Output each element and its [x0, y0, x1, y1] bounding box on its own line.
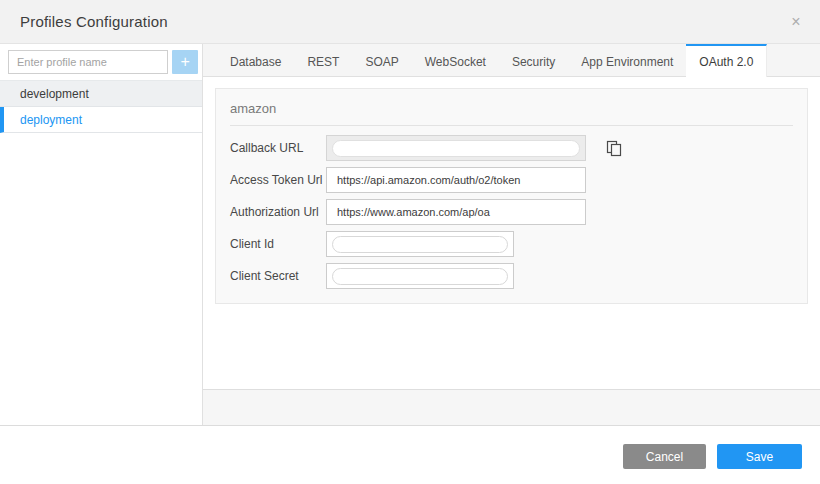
field-label: Access Token Url	[230, 173, 326, 187]
tab-database[interactable]: Database	[217, 44, 294, 77]
redacted-value	[332, 236, 508, 253]
amazon-oauth-panel: amazon Callback URL	[215, 88, 808, 304]
profiles-configuration-dialog: Profiles Configuration × + development d…	[0, 0, 820, 484]
tab-label: App Environment	[581, 55, 673, 69]
profile-name-input[interactable]	[8, 50, 168, 74]
field-label: Authorization Url	[230, 205, 326, 219]
tab-label: Database	[230, 55, 281, 69]
tab-security[interactable]: Security	[499, 44, 568, 77]
profile-item-development[interactable]: development	[0, 81, 202, 107]
tab-label: SOAP	[365, 55, 398, 69]
profile-add-row: +	[0, 44, 202, 81]
tab-label: Security	[512, 55, 555, 69]
cancel-button[interactable]: Cancel	[623, 444, 706, 469]
tab-label: OAuth 2.0	[699, 55, 753, 69]
field-label: Client Id	[230, 237, 326, 251]
close-icon[interactable]: ×	[786, 12, 806, 32]
tab-bar: Database REST SOAP WebSocket Security Ap…	[203, 44, 820, 77]
profile-item-label: development	[20, 87, 89, 101]
save-button[interactable]: Save	[717, 444, 802, 469]
field-label: Callback URL	[230, 141, 326, 155]
profiles-sidebar: + development deployment	[0, 44, 203, 425]
redacted-value	[332, 268, 508, 285]
panel-section-title: amazon	[230, 101, 793, 116]
client-secret-input[interactable]	[326, 263, 514, 289]
callback-url-input	[326, 135, 586, 161]
client-id-input[interactable]	[326, 231, 514, 257]
dialog-header: Profiles Configuration ×	[0, 0, 820, 44]
tab-soap[interactable]: SOAP	[352, 44, 411, 77]
profile-list: development deployment	[0, 81, 202, 133]
tab-oauth-2-0[interactable]: OAuth 2.0	[686, 44, 767, 77]
field-row-callback-url: Callback URL	[230, 135, 793, 161]
tab-websocket[interactable]: WebSocket	[412, 44, 499, 77]
tab-app-environment[interactable]: App Environment	[568, 44, 686, 77]
profile-item-label: deployment	[20, 113, 82, 127]
dialog-footer: Cancel Save	[0, 425, 820, 484]
copy-icon[interactable]	[606, 140, 623, 157]
panel-divider	[230, 125, 793, 126]
field-label: Client Secret	[230, 269, 326, 283]
field-row-access-token-url: Access Token Url	[230, 167, 793, 193]
tab-rest[interactable]: REST	[294, 44, 352, 77]
profile-item-deployment[interactable]: deployment	[0, 107, 202, 133]
field-row-client-secret: Client Secret	[230, 263, 793, 289]
field-row-authorization-url: Authorization Url	[230, 199, 793, 225]
add-profile-button[interactable]: +	[172, 50, 198, 74]
content-footer-strip	[203, 389, 820, 425]
access-token-url-input[interactable]	[326, 167, 586, 193]
content-area: Database REST SOAP WebSocket Security Ap…	[203, 44, 820, 425]
authorization-url-input[interactable]	[326, 199, 586, 225]
redacted-value	[332, 140, 580, 157]
dialog-title: Profiles Configuration	[20, 13, 168, 30]
dialog-body: + development deployment Database REST S…	[0, 44, 820, 425]
oauth-tab-content: amazon Callback URL	[203, 77, 820, 389]
field-row-client-id: Client Id	[230, 231, 793, 257]
tab-label: WebSocket	[425, 55, 486, 69]
tab-label: REST	[307, 55, 339, 69]
